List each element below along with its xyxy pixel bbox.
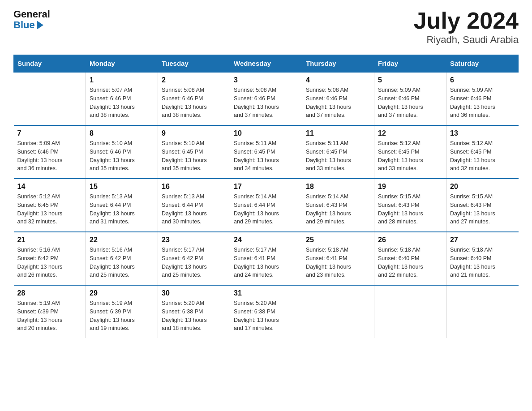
calendar-header-row: SundayMondayTuesdayWednesdayThursdayFrid… [14,55,519,73]
calendar-cell: 6Sunrise: 5:09 AM Sunset: 6:46 PM Daylig… [446,72,519,125]
calendar-header-thursday: Thursday [302,55,374,73]
calendar-cell: 5Sunrise: 5:09 AM Sunset: 6:46 PM Daylig… [374,72,446,125]
day-info: Sunrise: 5:09 AM Sunset: 6:46 PM Dayligh… [17,139,82,173]
calendar-cell: 16Sunrise: 5:13 AM Sunset: 6:44 PM Dayli… [158,179,230,232]
calendar-cell: 26Sunrise: 5:18 AM Sunset: 6:40 PM Dayli… [374,232,446,285]
calendar-cell: 15Sunrise: 5:13 AM Sunset: 6:44 PM Dayli… [86,179,158,232]
calendar-cell: 3Sunrise: 5:08 AM Sunset: 6:46 PM Daylig… [230,72,302,125]
calendar-cell: 20Sunrise: 5:15 AM Sunset: 6:43 PM Dayli… [446,179,519,232]
day-number: 5 [378,76,442,84]
calendar-cell [14,72,86,125]
calendar-cell: 10Sunrise: 5:11 AM Sunset: 6:45 PM Dayli… [230,125,302,179]
calendar-cell: 11Sunrise: 5:11 AM Sunset: 6:45 PM Dayli… [302,125,374,179]
day-info: Sunrise: 5:19 AM Sunset: 6:39 PM Dayligh… [90,299,154,333]
day-number: 17 [234,183,298,191]
day-number: 19 [378,183,442,191]
day-number: 11 [306,129,370,137]
day-number: 6 [450,76,515,84]
calendar-header-monday: Monday [86,55,158,73]
calendar-cell: 30Sunrise: 5:20 AM Sunset: 6:38 PM Dayli… [158,285,230,338]
day-number: 21 [17,236,82,244]
day-info: Sunrise: 5:18 AM Sunset: 6:41 PM Dayligh… [306,246,370,279]
day-info: Sunrise: 5:08 AM Sunset: 6:46 PM Dayligh… [162,86,226,120]
day-info: Sunrise: 5:20 AM Sunset: 6:38 PM Dayligh… [162,299,226,333]
day-number: 29 [90,289,154,297]
page-header: General Blue July 2024 Riyadh, Saudi Ara… [13,9,519,46]
calendar-cell: 22Sunrise: 5:16 AM Sunset: 6:42 PM Dayli… [86,232,158,285]
calendar-cell: 4Sunrise: 5:08 AM Sunset: 6:46 PM Daylig… [302,72,374,125]
logo: General Blue [13,9,50,30]
calendar-cell [446,285,519,338]
day-info: Sunrise: 5:16 AM Sunset: 6:42 PM Dayligh… [17,246,82,279]
day-number: 4 [306,76,370,84]
day-info: Sunrise: 5:15 AM Sunset: 6:43 PM Dayligh… [450,193,515,226]
day-info: Sunrise: 5:12 AM Sunset: 6:45 PM Dayligh… [17,193,82,226]
calendar-cell: 2Sunrise: 5:08 AM Sunset: 6:46 PM Daylig… [158,72,230,125]
day-number: 2 [162,76,226,84]
day-info: Sunrise: 5:14 AM Sunset: 6:43 PM Dayligh… [306,193,370,226]
day-info: Sunrise: 5:10 AM Sunset: 6:46 PM Dayligh… [90,139,154,173]
day-number: 3 [234,76,298,84]
calendar-cell: 28Sunrise: 5:19 AM Sunset: 6:39 PM Dayli… [14,285,86,338]
day-info: Sunrise: 5:11 AM Sunset: 6:45 PM Dayligh… [306,139,370,173]
day-info: Sunrise: 5:17 AM Sunset: 6:42 PM Dayligh… [162,246,226,279]
day-info: Sunrise: 5:14 AM Sunset: 6:44 PM Dayligh… [234,193,298,226]
calendar-cell: 13Sunrise: 5:12 AM Sunset: 6:45 PM Dayli… [446,125,519,179]
day-number: 13 [450,129,515,137]
day-number: 18 [306,183,370,191]
calendar-week-row: 7Sunrise: 5:09 AM Sunset: 6:46 PM Daylig… [14,125,519,179]
day-number: 26 [378,236,442,244]
logo-blue: Blue [13,20,50,30]
day-info: Sunrise: 5:19 AM Sunset: 6:39 PM Dayligh… [17,299,82,333]
day-number: 1 [90,76,154,84]
day-info: Sunrise: 5:11 AM Sunset: 6:45 PM Dayligh… [234,139,298,173]
calendar-header-friday: Friday [374,55,446,73]
location-subtitle: Riyadh, Saudi Arabia [414,34,519,46]
calendar-header-tuesday: Tuesday [158,55,230,73]
calendar-cell: 19Sunrise: 5:15 AM Sunset: 6:43 PM Dayli… [374,179,446,232]
day-number: 14 [17,183,82,191]
calendar-cell: 8Sunrise: 5:10 AM Sunset: 6:46 PM Daylig… [86,125,158,179]
day-number: 30 [162,289,226,297]
calendar-cell: 12Sunrise: 5:12 AM Sunset: 6:45 PM Dayli… [374,125,446,179]
logo-text: General Blue [13,9,50,30]
day-info: Sunrise: 5:13 AM Sunset: 6:44 PM Dayligh… [162,193,226,226]
day-number: 16 [162,183,226,191]
day-info: Sunrise: 5:16 AM Sunset: 6:42 PM Dayligh… [90,246,154,279]
calendar-cell: 21Sunrise: 5:16 AM Sunset: 6:42 PM Dayli… [14,232,86,285]
day-info: Sunrise: 5:07 AM Sunset: 6:46 PM Dayligh… [90,86,154,120]
calendar-cell: 7Sunrise: 5:09 AM Sunset: 6:46 PM Daylig… [14,125,86,179]
day-number: 24 [234,236,298,244]
calendar-week-row: 14Sunrise: 5:12 AM Sunset: 6:45 PM Dayli… [14,179,519,232]
calendar-week-row: 21Sunrise: 5:16 AM Sunset: 6:42 PM Dayli… [14,232,519,285]
calendar-week-row: 28Sunrise: 5:19 AM Sunset: 6:39 PM Dayli… [14,285,519,338]
day-info: Sunrise: 5:15 AM Sunset: 6:43 PM Dayligh… [378,193,442,226]
calendar-cell [374,285,446,338]
day-info: Sunrise: 5:18 AM Sunset: 6:40 PM Dayligh… [378,246,442,279]
day-number: 9 [162,129,226,137]
calendar-cell: 29Sunrise: 5:19 AM Sunset: 6:39 PM Dayli… [86,285,158,338]
calendar-week-row: 1Sunrise: 5:07 AM Sunset: 6:46 PM Daylig… [14,72,519,125]
day-info: Sunrise: 5:17 AM Sunset: 6:41 PM Dayligh… [234,246,298,279]
day-number: 31 [234,289,298,297]
day-number: 10 [234,129,298,137]
day-info: Sunrise: 5:12 AM Sunset: 6:45 PM Dayligh… [450,139,515,173]
day-number: 27 [450,236,515,244]
day-info: Sunrise: 5:08 AM Sunset: 6:46 PM Dayligh… [306,86,370,120]
day-number: 25 [306,236,370,244]
day-info: Sunrise: 5:10 AM Sunset: 6:45 PM Dayligh… [162,139,226,173]
day-info: Sunrise: 5:09 AM Sunset: 6:46 PM Dayligh… [450,86,515,120]
day-number: 23 [162,236,226,244]
day-number: 8 [90,129,154,137]
calendar-cell: 31Sunrise: 5:20 AM Sunset: 6:38 PM Dayli… [230,285,302,338]
day-info: Sunrise: 5:13 AM Sunset: 6:44 PM Dayligh… [90,193,154,226]
day-number: 28 [17,289,82,297]
calendar-cell: 25Sunrise: 5:18 AM Sunset: 6:41 PM Dayli… [302,232,374,285]
day-info: Sunrise: 5:12 AM Sunset: 6:45 PM Dayligh… [378,139,442,173]
day-number: 12 [378,129,442,137]
calendar-header-wednesday: Wednesday [230,55,302,73]
calendar-table: SundayMondayTuesdayWednesdayThursdayFrid… [13,55,519,338]
day-number: 7 [17,129,82,137]
month-year-title: July 2024 [414,9,519,32]
day-info: Sunrise: 5:08 AM Sunset: 6:46 PM Dayligh… [234,86,298,120]
